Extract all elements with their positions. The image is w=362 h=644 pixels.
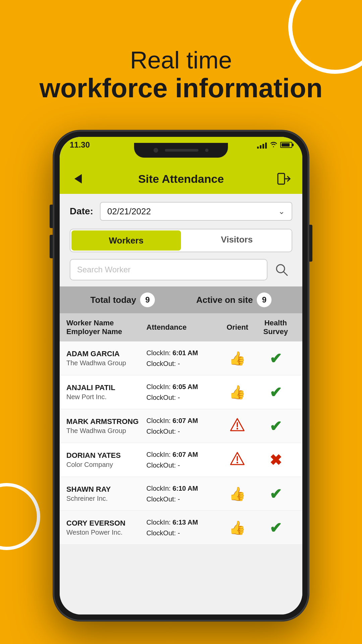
active-on-site-stat: Active on site 9 [196, 292, 272, 307]
total-today-stat: Total today 9 [90, 292, 155, 307]
logout-icon [277, 173, 291, 185]
phone-shell: 11.30 [54, 131, 308, 621]
worker-name: CORY EVERSON [66, 519, 146, 528]
warning-icon [230, 452, 245, 468]
orient-cell: 👍 [219, 351, 256, 366]
active-on-site-label: Active on site [196, 295, 253, 305]
orient-cell: 👍 [219, 520, 256, 536]
worker-name: ADAM GARCIA [66, 349, 146, 359]
date-dropdown[interactable]: 02/21/2022 ⌄ [100, 202, 292, 221]
sensor [205, 149, 208, 152]
back-button[interactable] [70, 170, 86, 187]
employer-name: Weston Power Inc. [66, 528, 146, 537]
battery-fill [282, 143, 290, 147]
signal-bar-2 [260, 145, 261, 149]
search-placeholder: Search Worker [77, 265, 131, 274]
thumbs-up-icon: 👍 [229, 520, 246, 536]
worker-info: DORIAN YATES Color Company [66, 451, 146, 469]
phone-screen: 11.30 [60, 137, 302, 614]
signal-bar-1 [257, 147, 259, 149]
check-icon: ✔ [269, 519, 282, 536]
volume-up-button [50, 235, 54, 258]
check-icon: ✔ [269, 418, 282, 435]
attendance-cell: ClockIn: 6:05 AM ClockOut: - [146, 381, 219, 403]
table-row: ANJALI PATIL New Port Inc. ClockIn: 6:05… [60, 375, 302, 409]
health-cell: ✔ [256, 384, 296, 401]
thumbs-up-icon: 👍 [229, 384, 246, 400]
employer-name: New Port Inc. [66, 392, 146, 401]
phone-mockup: 11.30 [54, 131, 308, 621]
total-today-badge: 9 [140, 292, 155, 307]
dropdown-arrow-icon: ⌄ [278, 207, 285, 216]
attendance-cell: ClockIn: 6:13 AM ClockOut: - [146, 517, 219, 538]
app-header: Site Attendance [60, 164, 302, 194]
date-label: Date: [70, 206, 93, 217]
power-button [308, 225, 312, 262]
col-header-orient: Orient [219, 323, 256, 332]
tab-workers[interactable]: Workers [71, 230, 181, 251]
stats-bar: Total today 9 Active on site 9 [60, 286, 302, 313]
tab-workers-label: Workers [109, 235, 144, 246]
table-header: Worker Name Employer Name Attendance Ori… [60, 313, 302, 341]
orient-cell: 👍 [219, 384, 256, 400]
warning-icon [230, 418, 245, 434]
svg-line-3 [284, 272, 287, 275]
page-header: Real time workforce information [0, 47, 362, 103]
date-value: 02/21/2022 [107, 206, 151, 217]
col-header-attendance: Attendance [146, 323, 219, 332]
table-row: ADAM GARCIA The Wadhwa Group ClockIn: 6:… [60, 341, 302, 375]
active-on-site-badge: 9 [257, 292, 272, 307]
notch [134, 143, 228, 158]
worker-name: MARK ARMSTRONG [66, 417, 146, 427]
svg-point-6 [237, 428, 238, 429]
employer-name: Schreiner Inc. [66, 494, 146, 503]
svg-rect-0 [278, 173, 285, 184]
col-header-worker: Worker Name Employer Name [66, 319, 146, 336]
date-row: Date: 02/21/2022 ⌄ [60, 194, 302, 229]
logout-button[interactable] [276, 170, 292, 187]
orient-cell [219, 452, 256, 468]
page-title: Site Attendance [138, 172, 224, 185]
back-arrow-icon [74, 174, 82, 183]
attendance-cell: ClockIn: 6:07 AM ClockOut: - [146, 449, 219, 471]
total-today-label: Total today [90, 295, 136, 305]
tab-switcher: Workers Visitors [70, 229, 292, 252]
employer-name: Color Company [66, 460, 146, 469]
status-time: 11.30 [70, 140, 90, 150]
thumbs-up-icon: 👍 [229, 486, 246, 502]
earpiece [165, 149, 198, 152]
battery-icon [280, 142, 292, 148]
table-row: MARK ARMSTRONG The Wadhwa Group ClockIn:… [60, 409, 302, 443]
signal-bar-4 [265, 143, 267, 149]
workers-table: Worker Name Employer Name Attendance Ori… [60, 313, 302, 545]
app-content: Date: 02/21/2022 ⌄ Workers Visitors [60, 194, 302, 614]
check-icon: ✔ [269, 350, 282, 367]
tab-visitors[interactable]: Visitors [182, 229, 292, 250]
health-cell: ✔ [256, 350, 296, 367]
worker-name: SHAWN RAY [66, 485, 146, 494]
search-button[interactable] [271, 259, 292, 280]
worker-info: ANJALI PATIL New Port Inc. [66, 383, 146, 401]
employer-name: The Wadhwa Group [66, 359, 146, 367]
health-cell: ✖ [256, 451, 296, 469]
health-cell: ✔ [256, 519, 296, 536]
attendance-cell: ClockIn: 6:01 AM ClockOut: - [146, 347, 219, 369]
attendance-cell: ClockIn: 6:10 AM ClockOut: - [146, 483, 219, 504]
worker-info: MARK ARMSTRONG The Wadhwa Group [66, 417, 146, 435]
headline-light: Real time [0, 47, 362, 73]
worker-info: SHAWN RAY Schreiner Inc. [66, 485, 146, 503]
col-header-health: Health Survey [256, 319, 296, 336]
bg-circle-bottom-left [0, 483, 40, 550]
headline-bold: workforce information [0, 73, 362, 103]
table-row: SHAWN RAY Schreiner Inc. ClockIn: 6:10 A… [60, 477, 302, 511]
svg-point-9 [237, 462, 238, 463]
front-camera [154, 148, 158, 153]
signal-bar-3 [262, 144, 264, 149]
employer-name: The Wadhwa Group [66, 426, 146, 435]
search-input[interactable]: Search Worker [70, 259, 267, 280]
attendance-cell: ClockIn: 6:07 AM ClockOut: - [146, 415, 219, 437]
worker-name: ANJALI PATIL [66, 383, 146, 393]
table-row: DORIAN YATES Color Company ClockIn: 6:07… [60, 443, 302, 477]
wifi-icon [269, 141, 278, 149]
check-icon: ✔ [269, 384, 282, 401]
